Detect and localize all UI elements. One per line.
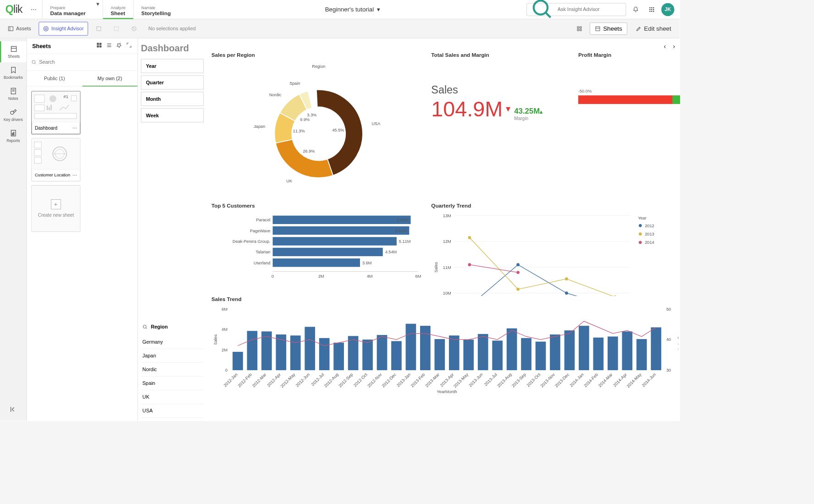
- sheet-thumb-dashboard[interactable]: #1 Dashboard⋯: [31, 91, 80, 134]
- avatar[interactable]: JK: [661, 3, 674, 16]
- chevron-down-icon[interactable]: ▾: [94, 0, 103, 19]
- sales-trend-chart[interactable]: Sales Trend 02M4M6M3040502012-Jan2012-Fe…: [211, 296, 680, 395]
- apps-grid-icon[interactable]: [645, 3, 658, 16]
- assets-tab-myown[interactable]: My own (2): [82, 71, 138, 86]
- svg-text:2013-Sep: 2013-Sep: [511, 372, 527, 388]
- svg-text:2012: 2012: [645, 223, 654, 228]
- top5-customers-chart[interactable]: Top 5 Customers Paracel5.69MPageWave5.63…: [211, 203, 426, 290]
- svg-rect-148: [521, 338, 532, 370]
- svg-rect-136: [348, 336, 359, 370]
- svg-rect-22: [580, 29, 581, 30]
- svg-text:2012-Jan: 2012-Jan: [223, 372, 238, 388]
- quarterly-trend-chart[interactable]: Quarterly Trend 9M10M11M12M13MQ1Q2Q3Q4Sa…: [431, 203, 680, 290]
- filter-year[interactable]: Year: [141, 59, 204, 73]
- svg-rect-140: [405, 323, 416, 370]
- region-item[interactable]: Spain: [141, 377, 204, 390]
- svg-rect-2: [649, 7, 650, 8]
- tab-prepare[interactable]: Prepare Data manager: [42, 0, 94, 19]
- app-menu-icon[interactable]: ⋯: [25, 6, 42, 13]
- svg-text:USA: USA: [371, 121, 381, 126]
- more-icon[interactable]: ⋯: [72, 173, 77, 178]
- svg-rect-32: [12, 133, 12, 135]
- list-view-icon[interactable]: [106, 42, 112, 50]
- collapse-rail-icon[interactable]: [0, 402, 27, 417]
- assets-search-input[interactable]: [31, 57, 134, 67]
- left-rail: Sheets Bookmarks Notes Key drivers Repor…: [0, 38, 27, 421]
- sheet-thumb-customer-location[interactable]: Customer Location⋯: [31, 138, 80, 181]
- expand-icon[interactable]: [126, 42, 132, 50]
- svg-text:Sales: Sales: [213, 334, 218, 345]
- svg-text:11.3%: 11.3%: [293, 129, 305, 133]
- top-bar: Qlik ⋯ Prepare Data manager ▾ Analyze Sh…: [0, 0, 680, 19]
- svg-point-0: [534, 0, 548, 14]
- sheet-thumb-preview: [32, 138, 80, 169]
- region-item[interactable]: Japan: [141, 349, 204, 363]
- sheets-button[interactable]: Sheets: [590, 22, 627, 35]
- insight-search-input[interactable]: [558, 6, 622, 12]
- region-item[interactable]: USA: [141, 404, 204, 418]
- sheet-thumb-preview: #1: [32, 92, 80, 122]
- svg-rect-76: [273, 237, 397, 245]
- svg-rect-82: [273, 258, 360, 267]
- sheet-thumb-label: Customer Location: [35, 173, 70, 178]
- assets-tab-public[interactable]: Public (1): [27, 71, 82, 86]
- rail-reports[interactable]: Reports: [0, 126, 27, 147]
- smart-search-icon[interactable]: [92, 23, 105, 34]
- prev-sheet-icon[interactable]: ‹: [664, 42, 666, 50]
- svg-rect-35: [97, 43, 99, 45]
- svg-rect-70: [273, 215, 411, 224]
- svg-rect-128: [233, 351, 243, 370]
- no-selections-label: No selections applied: [144, 23, 199, 34]
- edit-sheet-button[interactable]: Edit sheet: [631, 23, 676, 34]
- assets-panel: Sheets Public (1) My own (2): [27, 38, 138, 421]
- next-sheet-icon[interactable]: ›: [673, 42, 675, 50]
- grid-view-icon[interactable]: [96, 42, 102, 50]
- svg-text:0: 0: [271, 274, 274, 278]
- insight-search[interactable]: [526, 3, 626, 16]
- svg-rect-5: [649, 9, 650, 10]
- create-sheet-button[interactable]: ＋ Create new sheet: [31, 185, 80, 232]
- insight-advisor-button[interactable]: Insight Advisor: [39, 22, 88, 35]
- region-item[interactable]: Germany: [141, 335, 204, 349]
- svg-rect-138: [377, 335, 388, 370]
- svg-point-43: [50, 95, 56, 102]
- filter-month[interactable]: Month: [141, 92, 204, 106]
- clear-selections-icon[interactable]: [127, 23, 141, 34]
- assets-toggle[interactable]: Assets: [4, 23, 35, 34]
- bell-icon[interactable]: [629, 3, 642, 16]
- region-item[interactable]: Nordic: [141, 363, 204, 377]
- app-title[interactable]: Beginner's tutorial ▾: [178, 6, 526, 13]
- rail-sheets[interactable]: Sheets: [0, 41, 27, 62]
- svg-text:6M: 6M: [221, 307, 227, 311]
- svg-rect-152: [579, 326, 589, 370]
- sales-per-region-chart[interactable]: Sales per Region RegionUSA45.5%UK26.9%Ja…: [211, 52, 426, 197]
- svg-line-18: [133, 27, 135, 29]
- donut-chart: RegionUSA45.5%UK26.9%Japan11.3%Nordic9.9…: [211, 61, 426, 195]
- rail-bookmarks[interactable]: Bookmarks: [0, 62, 27, 83]
- region-item[interactable]: UK: [141, 390, 204, 404]
- svg-point-105: [516, 263, 520, 266]
- svg-text:45.5%: 45.5%: [332, 127, 344, 132]
- selections-tool-icon[interactable]: [573, 22, 586, 35]
- svg-text:2012-Aug: 2012-Aug: [323, 372, 339, 388]
- svg-rect-133: [305, 327, 315, 370]
- svg-text:12M: 12M: [443, 239, 451, 244]
- selections-back-icon[interactable]: [109, 23, 123, 34]
- svg-point-115: [639, 224, 642, 227]
- filter-column: Dashboard Year Quarter Month Week Region…: [138, 38, 207, 421]
- rail-keydrivers[interactable]: Key drivers: [0, 104, 27, 126]
- filter-week[interactable]: Week: [141, 108, 204, 122]
- svg-text:PageWave: PageWave: [250, 228, 271, 233]
- svg-rect-48: [49, 107, 50, 110]
- svg-text:11M: 11M: [443, 265, 451, 269]
- svg-text:2013-Mar: 2013-Mar: [424, 372, 440, 388]
- rail-notes[interactable]: Notes: [0, 83, 27, 104]
- svg-text:2014: 2014: [645, 240, 654, 245]
- svg-text:2014-May: 2014-May: [626, 372, 642, 389]
- pin-icon[interactable]: [116, 42, 122, 50]
- svg-point-117: [639, 232, 642, 236]
- tab-narrate[interactable]: Narrate Storytelling: [133, 0, 179, 19]
- tab-analyze[interactable]: Analyze Sheet: [103, 0, 133, 19]
- filter-quarter[interactable]: Quarter: [141, 75, 204, 89]
- more-icon[interactable]: ⋯: [72, 126, 77, 131]
